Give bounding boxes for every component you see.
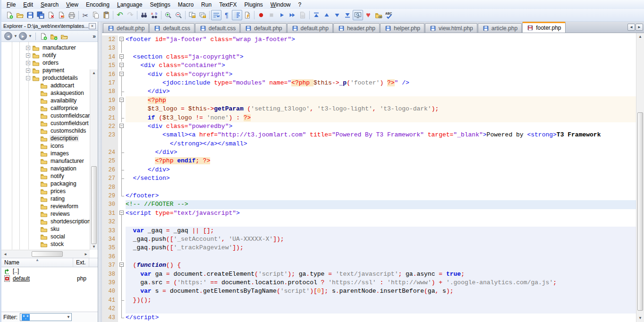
menu-search[interactable]: Search — [37, 0, 62, 9]
panel-open-folder-button[interactable] — [59, 32, 69, 41]
menu-macro[interactable]: Macro — [174, 0, 197, 9]
line-number[interactable]: 28 — [102, 183, 118, 192]
line-number[interactable]: 33 — [102, 227, 118, 235]
sync-horizontal-scroll-button[interactable] — [197, 10, 208, 20]
spell-check-button[interactable]: ABC — [384, 10, 394, 20]
panel-back-dropdown[interactable]: ▼ — [14, 34, 17, 38]
find-button[interactable] — [139, 10, 149, 20]
fold-margin[interactable]: − — [118, 70, 126, 79]
undo-button[interactable]: ↶ — [115, 10, 125, 20]
tree-item-packaging[interactable]: packaging — [1, 180, 89, 187]
code-line-17[interactable]: 17 <jdoc:include type="modules" name="<?… — [102, 79, 636, 87]
explorer-plugin-button[interactable] — [373, 10, 384, 20]
code-line-24[interactable]: 24 </div> — [102, 148, 636, 157]
code-line-43[interactable]: 43</script> — [102, 314, 636, 322]
tree-item-askaquestion[interactable]: askaquestion — [1, 89, 89, 97]
fold-collapse-icon[interactable]: − — [119, 211, 124, 215]
fold-margin[interactable]: − — [118, 96, 126, 105]
tree-item-prices[interactable]: prices — [1, 187, 89, 195]
code-line-13[interactable]: 13 — [102, 44, 636, 52]
line-number[interactable]: 41 — [102, 296, 118, 305]
expand-icon[interactable]: + — [26, 46, 30, 50]
code-line-36[interactable]: 36 — [102, 253, 636, 261]
line-number[interactable]: 25 — [102, 157, 118, 165]
line-number[interactable]: 26 — [102, 166, 118, 174]
open-file-button[interactable] — [15, 10, 25, 20]
paste-button[interactable] — [101, 10, 111, 20]
file-list-header[interactable]: ▲ Name Ext. — [1, 258, 98, 267]
replace-button[interactable]: ab — [149, 10, 160, 20]
line-number[interactable]: 14 — [102, 53, 118, 61]
tree-item-availability[interactable]: availability — [1, 97, 89, 104]
tree-item-shortdescription[interactable]: shortdescription — [1, 218, 89, 225]
cut-button[interactable]: ✂ — [80, 10, 91, 20]
column-header-ext[interactable]: Ext. — [73, 258, 89, 267]
sync-vertical-scroll-button[interactable] — [187, 10, 197, 20]
run-macro-multiple-button[interactable] — [287, 10, 297, 20]
tab-default.css[interactable]: default.css — [149, 23, 194, 33]
panel-new-file-button[interactable] — [39, 32, 48, 41]
tree-item-notify[interactable]: notify — [1, 172, 89, 180]
tree-item-reviews[interactable]: reviews — [1, 210, 89, 218]
line-number[interactable]: 15 — [102, 61, 118, 70]
expand-icon[interactable]: + — [26, 61, 30, 65]
line-number[interactable]: 20 — [102, 105, 118, 113]
fold-collapse-icon[interactable]: − — [119, 263, 124, 267]
line-number[interactable]: 29 — [102, 192, 118, 200]
panel-back-button[interactable]: ◄ — [4, 32, 12, 40]
line-number[interactable]: 34 — [102, 235, 118, 244]
tab-footer.php[interactable]: footer.php — [522, 22, 565, 33]
line-number[interactable]: 30 — [102, 200, 118, 209]
fold-margin[interactable]: − — [118, 35, 126, 44]
line-number[interactable]: 40 — [102, 287, 118, 296]
panel-splitter[interactable] — [98, 22, 102, 322]
code-view[interactable]: 12−<footer id="ja-footer" class="wrap ja… — [102, 33, 636, 322]
tree-item-rating[interactable]: rating — [1, 195, 89, 203]
menu-?[interactable]: ? — [295, 0, 305, 9]
tab-default.php[interactable]: default.php — [103, 23, 149, 33]
favorites-button[interactable]: ♥ — [363, 10, 373, 20]
tab-default.php[interactable]: default.php — [287, 23, 333, 33]
line-number[interactable]: 27 — [102, 174, 118, 183]
line-number[interactable]: 13 — [102, 44, 118, 52]
filter-combobox[interactable]: *.* ▼ — [20, 313, 72, 321]
panel-close-button[interactable]: × — [89, 23, 96, 29]
code-line-31[interactable]: 31−<script type="text/javascript"> — [102, 209, 636, 218]
line-number[interactable]: 43 — [102, 314, 118, 322]
code-line-34[interactable]: 34 _gaq.push(['_setAccount', 'UA-XXXXX-X… — [102, 235, 636, 244]
tree-horizontal-scrollbar[interactable]: ◄ ► — [1, 250, 90, 258]
file-row-default[interactable]: defaultphp — [1, 275, 98, 282]
panel-new-folder-button[interactable] — [49, 32, 59, 41]
fold-margin[interactable]: − — [118, 122, 126, 131]
menu-encoding[interactable]: Encoding — [82, 0, 113, 9]
tab-scroll-left-button[interactable]: ◄ — [627, 24, 635, 31]
code-line-18[interactable]: 18 </div> — [102, 87, 636, 96]
goto-prev-button[interactable] — [322, 10, 332, 20]
tree-vertical-scrollbar[interactable]: ▲ ▼ — [90, 69, 98, 250]
code-line-41[interactable]: 41 })(); — [102, 296, 636, 305]
expand-icon[interactable]: + — [26, 53, 30, 58]
menu-run[interactable]: Run — [197, 0, 215, 9]
collapse-icon[interactable]: − — [26, 76, 30, 80]
menu-view[interactable]: View — [62, 0, 82, 9]
code-line-29[interactable]: 29</footer> — [102, 192, 636, 200]
line-number[interactable]: 16 — [102, 70, 118, 79]
goto-next-button[interactable] — [332, 10, 342, 20]
fold-collapse-icon[interactable]: − — [119, 124, 124, 128]
tab-view.html.php[interactable]: view.html.php — [425, 23, 477, 33]
menu-file[interactable]: File — [3, 0, 19, 9]
fold-margin[interactable]: − — [118, 261, 126, 270]
line-number[interactable]: 24 — [102, 148, 118, 157]
code-line-28[interactable]: 28 — [102, 183, 636, 192]
code-line-21[interactable]: 21 if ($t3_logo != 'none') : ?> — [102, 114, 636, 122]
line-number[interactable]: 39 — [102, 279, 118, 287]
tab-default.php[interactable]: default.php — [240, 23, 286, 33]
fold-collapse-icon[interactable]: − — [119, 98, 124, 102]
new-file-button[interactable] — [4, 10, 15, 20]
code-line-30[interactable]: 30<!-- //FOOTER --> — [102, 200, 636, 209]
file-name[interactable]: default — [13, 275, 30, 282]
close-all-button[interactable] — [56, 10, 67, 20]
show-all-characters-button[interactable]: ¶ — [221, 10, 232, 20]
file-row-..[interactable]: [..] — [1, 267, 98, 275]
tree-item-description[interactable]: description — [1, 135, 89, 142]
